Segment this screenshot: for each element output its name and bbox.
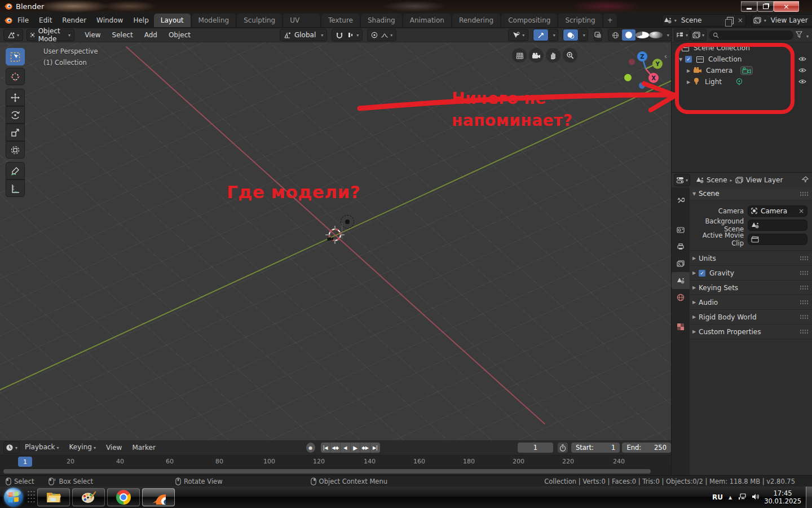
tab-animation[interactable]: Animation (403, 14, 451, 27)
outliner-row-light[interactable]: ▶ Light (672, 76, 812, 87)
collection-checkbox[interactable]: ✓ (685, 56, 692, 63)
tab-scripting[interactable]: Scripting (558, 14, 602, 27)
active-movie-clip-field[interactable] (748, 234, 807, 245)
tab-scene[interactable] (672, 272, 690, 289)
shading-material-button[interactable] (636, 32, 649, 38)
blender-menu-logo-icon[interactable] (3, 16, 12, 25)
menu-window[interactable]: Window (91, 12, 128, 28)
overlays-options-chevron[interactable]: ▾ (579, 29, 588, 41)
unlink-scene-icon[interactable]: × (735, 16, 745, 25)
section-units[interactable]: ▶ Units (690, 251, 812, 265)
tool-rotate[interactable] (6, 106, 25, 124)
breadcrumb-view-layer[interactable]: View Layer (735, 176, 783, 184)
show-desktop-button[interactable] (806, 487, 812, 508)
taskbar-paint-button[interactable] (72, 488, 105, 506)
breadcrumb-scene[interactable]: Scene (696, 176, 727, 184)
show-gizmo-dropdown[interactable]: ▾ (508, 29, 528, 41)
disclosure-closed-icon[interactable]: ▶ (684, 68, 693, 73)
outliner-row-collection[interactable]: ▼ ✓ Collection (672, 54, 812, 65)
xray-toggle[interactable] (594, 29, 602, 41)
hidden-icons-arrow[interactable]: ▲ (729, 495, 732, 500)
outliner-filter-button[interactable]: ▾ (796, 31, 809, 40)
start-frame-field[interactable]: Start: 1 (571, 443, 620, 453)
play-button[interactable]: ▶ (351, 443, 361, 453)
menu-add[interactable]: Add (139, 28, 163, 42)
gizmos-toggle[interactable] (533, 29, 549, 41)
view-layer-selector[interactable]: ▾ View Layer × (752, 14, 812, 27)
camera-data-icon[interactable] (740, 66, 753, 75)
menu-edit[interactable]: Edit (34, 12, 57, 28)
camera-field[interactable]: Camera × (748, 205, 807, 217)
light-object[interactable] (341, 215, 354, 229)
pin-icon[interactable] (802, 176, 809, 185)
gizmo-neg-y-ball[interactable] (624, 74, 632, 81)
taskbar-clock[interactable]: 17:45 30.01.2025 (764, 489, 801, 505)
tool-cursor[interactable] (6, 68, 25, 85)
drag-handle-icon[interactable] (800, 191, 809, 196)
playhead-current-frame[interactable]: 1 (18, 457, 32, 467)
light-label[interactable]: Light (705, 78, 722, 86)
outliner-row-scene-collection[interactable]: Scene Collection (672, 42, 812, 54)
drag-handle-icon[interactable] (800, 314, 809, 319)
shading-solid-button[interactable] (622, 29, 636, 41)
end-frame-field[interactable]: End: 250 (622, 443, 671, 453)
tab-uv-editing[interactable]: UV Editing (283, 14, 320, 27)
disclosure-closed-icon[interactable]: ▶ (684, 80, 693, 85)
pan-view-button[interactable] (546, 48, 561, 63)
menu-help[interactable]: Help (128, 12, 153, 28)
taskbar-blender-button[interactable] (142, 488, 175, 506)
transform-orientation-dropdown[interactable]: Global ▾ (280, 29, 327, 41)
tab-modeling[interactable]: Modeling (192, 14, 236, 27)
taskbar-chrome-button[interactable] (107, 488, 140, 506)
menu-keying[interactable]: Keying▾ (64, 440, 101, 456)
scene-collection-label[interactable]: Scene Collection (694, 44, 750, 52)
hide-collection-eye-icon[interactable] (798, 55, 806, 63)
drag-handle-icon[interactable] (800, 270, 809, 275)
new-scene-icon[interactable] (725, 16, 735, 25)
drag-handle-icon[interactable] (800, 285, 809, 290)
outliner-search-input[interactable] (709, 30, 793, 40)
snap-dropdown[interactable]: ▾ (332, 29, 363, 41)
menu-select[interactable]: Select (107, 28, 139, 42)
restore-button[interactable] (757, 1, 774, 12)
menu-file[interactable]: File (12, 12, 34, 28)
network-icon[interactable] (738, 493, 747, 502)
camera-view-button[interactable] (529, 48, 544, 63)
menu-marker[interactable]: Marker (127, 440, 160, 455)
hide-camera-eye-icon[interactable] (798, 67, 806, 75)
gizmo-neg-z-ball[interactable] (639, 82, 645, 89)
start-button[interactable] (2, 487, 25, 507)
tool-scale[interactable] (6, 124, 25, 141)
navigation-gizmo[interactable]: Z Y X (620, 48, 671, 93)
tab-tool[interactable] (672, 192, 690, 209)
zoom-view-button[interactable] (563, 48, 577, 63)
minimize-button[interactable] (741, 1, 757, 12)
tab-output[interactable] (672, 238, 690, 255)
current-frame-field[interactable]: 1 (518, 443, 554, 453)
tab-texture-paint[interactable]: Texture Paint (321, 14, 360, 27)
menu-view[interactable]: View (101, 440, 127, 455)
drag-handle-icon[interactable] (800, 256, 809, 261)
outliner-row-camera[interactable]: ▶ Camera (672, 65, 812, 76)
mode-dropdown[interactable]: Object Mode ▾ (27, 29, 74, 41)
viewport-3d[interactable]: User Perspective (1) Collection (0, 42, 671, 440)
section-rigid-body-world[interactable]: ▶ Rigid Body World (690, 309, 812, 324)
tab-world[interactable] (672, 289, 690, 306)
background-scene-field[interactable] (748, 220, 807, 231)
editor-type-button[interactable]: ▾ (3, 29, 23, 41)
disclosure-open-icon[interactable]: ▼ (676, 57, 685, 62)
tab-compositing[interactable]: Compositing (501, 14, 557, 27)
gizmo-x-ball[interactable]: X (648, 73, 659, 83)
menu-playback[interactable]: Playback▾ (20, 440, 64, 456)
next-keyframe-button[interactable]: ◆▶ (360, 443, 370, 453)
scene-selector[interactable]: ▾ Scene × (662, 14, 746, 27)
proportional-editing-dropdown[interactable]: ▾ (367, 29, 396, 41)
outliner-editor-type-button[interactable]: ▾ (674, 29, 690, 41)
scene-name[interactable]: Scene (677, 16, 725, 24)
collection-label[interactable]: Collection (708, 55, 742, 63)
gizmo-y-ball[interactable]: Y (652, 59, 663, 69)
section-gravity[interactable]: ▶ ✓ Gravity (690, 265, 812, 280)
speaker-icon[interactable] (752, 493, 760, 502)
tab-shading[interactable]: Shading (361, 14, 402, 27)
camera-label[interactable]: Camera (706, 67, 732, 75)
